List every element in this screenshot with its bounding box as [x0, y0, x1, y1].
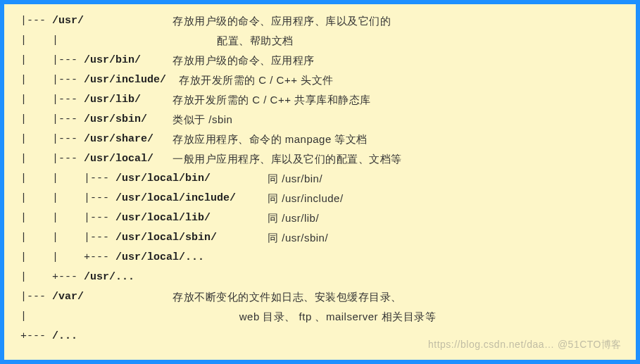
tree-branch: | | |---	[14, 228, 115, 248]
tree-branch: | |---	[14, 90, 84, 110]
description-text: 配置、帮助文档	[217, 31, 294, 51]
tree-branch: |	[14, 307, 27, 327]
description-text: 同 /usr/bin/	[268, 169, 322, 189]
description-text: 同 /usr/lib/	[268, 208, 319, 228]
description-text: 存放应用程序、命令的 manpage 等文档	[172, 130, 368, 149]
path-text: /usr/include/	[84, 70, 166, 90]
path-text: /usr/...	[84, 268, 134, 287]
tree-row: |--- /usr/ 存放用户级的命令、应用程序、库以及它们的	[14, 11, 633, 31]
description-text: 类似于 /sbin	[172, 110, 232, 130]
spacing	[211, 208, 268, 228]
description-text: 存放用户级的命令、应用程序、库以及它们的	[172, 11, 391, 31]
description-text: 存放不断变化的文件如日志、安装包缓存目录、	[172, 287, 402, 307]
tree-branch: | |---	[14, 51, 84, 70]
spacing	[141, 90, 172, 110]
spacing	[153, 130, 172, 149]
description-text: 存放用户级的命令、应用程序	[172, 51, 315, 70]
tree-row: | |--- /usr/bin/ 存放用户级的命令、应用程序	[14, 51, 633, 70]
spacing	[84, 287, 172, 307]
spacing	[217, 228, 268, 248]
tree-row: | | +--- /usr/local/...	[14, 248, 633, 268]
tree-branch: | +---	[14, 268, 84, 287]
tree-row: | web 目录、 ftp 、mailserver 相关目录等	[14, 307, 633, 327]
spacing	[153, 149, 172, 169]
spacing	[166, 70, 179, 90]
description-text: 存放开发所需的 C / C++ 头文件	[179, 70, 334, 90]
path-text: /usr/local/	[84, 149, 153, 169]
tree-row: | |--- /usr/include/ 存放开发所需的 C / C++ 头文件	[14, 70, 633, 90]
tree-row: |--- /var/ 存放不断变化的文件如日志、安装包缓存目录、	[14, 287, 633, 307]
description-text: 同 /usr/sbin/	[268, 228, 328, 248]
tree-branch: |---	[14, 11, 52, 31]
tree-row: | |--- /usr/sbin/ 类似于 /sbin	[14, 110, 633, 130]
path-text: /usr/local/...	[115, 248, 204, 268]
spacing	[147, 110, 172, 130]
path-text: /usr/sbin/	[84, 110, 147, 130]
path-text: /usr/local/lib/	[115, 208, 211, 228]
description-text: 存放开发所需的 C / C++ 共享库和静态库	[172, 90, 371, 110]
watermark-text: https://blog.csdn.net/daa… @51CTO博客	[428, 334, 622, 354]
tree-branch: | | +---	[14, 248, 115, 268]
tree-branch: | |---	[14, 130, 84, 149]
tree-branch: | |---	[14, 110, 84, 130]
path-text: /usr/local/include/	[115, 189, 236, 208]
tree-row: | |--- /usr/share/ 存放应用程序、命令的 manpage 等文…	[14, 130, 633, 149]
path-text: /usr/lib/	[84, 90, 141, 110]
tree-branch: | |---	[14, 70, 84, 90]
tree-row: | | |--- /usr/local/bin/ 同 /usr/bin/	[14, 169, 633, 189]
tree-branch: | | |---	[14, 189, 115, 208]
tree-row: | | |--- /usr/local/include/ 同 /usr/incl…	[14, 189, 633, 208]
spacing	[84, 11, 172, 31]
spacing	[58, 31, 217, 51]
description-text: web 目录、 ftp 、mailserver 相关目录等	[236, 307, 436, 327]
tree-row: | |--- /usr/lib/ 存放开发所需的 C / C++ 共享库和静态库	[14, 90, 633, 110]
description-text: 一般用户应用程序、库以及它们的配置、文档等	[172, 149, 402, 169]
tree-branch: | | |---	[14, 208, 115, 228]
tree-row: | | 配置、帮助文档	[14, 31, 633, 51]
code-panel: |--- /usr/ 存放用户级的命令、应用程序、库以及它们的 | | 配置、帮…	[4, 4, 636, 360]
tree-branch: | |	[14, 31, 58, 51]
path-text: /usr/	[52, 11, 84, 31]
path-text: /usr/share/	[84, 130, 153, 149]
description-text: 同 /usr/include/	[268, 189, 344, 208]
tree-row: | +--- /usr/...	[14, 268, 633, 287]
spacing	[236, 189, 268, 208]
path-text: /usr/bin/	[84, 51, 141, 70]
tree-branch: |---	[14, 287, 52, 307]
path-text: /usr/local/bin/	[115, 169, 211, 189]
tree-row: | | |--- /usr/local/sbin/ 同 /usr/sbin/	[14, 228, 633, 248]
spacing	[27, 307, 236, 327]
path-text: /usr/local/sbin/	[115, 228, 217, 248]
tree-branch: | |---	[14, 149, 84, 169]
tree-branch: | | |---	[14, 169, 115, 189]
path-text: /...	[52, 327, 77, 346]
spacing	[211, 169, 268, 189]
spacing	[141, 51, 172, 70]
tree-row: | | |--- /usr/local/lib/ 同 /usr/lib/	[14, 208, 633, 228]
tree-branch: +---	[14, 327, 52, 346]
path-text: /var/	[52, 287, 84, 307]
tree-row: | |--- /usr/local/ 一般用户应用程序、库以及它们的配置、文档等	[14, 149, 633, 169]
